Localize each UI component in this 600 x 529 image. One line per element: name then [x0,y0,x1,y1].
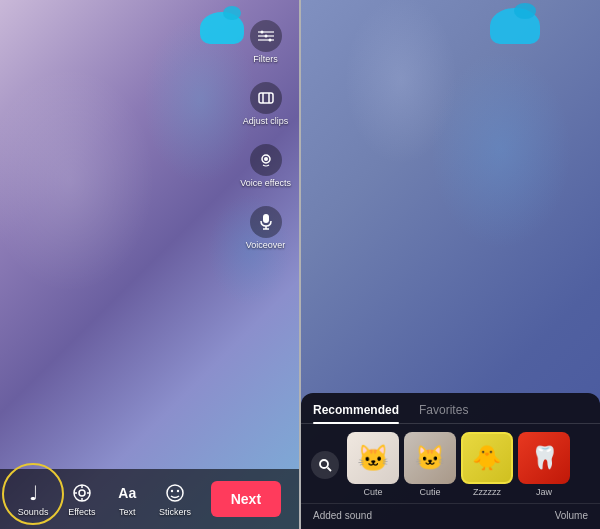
toolbar-item-voiceover[interactable]: Voiceover [246,206,286,250]
sound-item-zzzzzz[interactable]: 🐥 Zzzzzz [461,432,513,497]
added-sound-label: Added sound [313,510,372,521]
sound-thumb-cute: 🐱 [347,432,399,484]
svg-point-20 [167,485,183,501]
tab-recommended[interactable]: Recommended [313,403,399,423]
bottom-nav: ♩ Sounds Effects Aa Text [0,469,299,529]
toolbar-item-adjust[interactable]: Adjust clips [243,82,289,126]
right-panel: Recommended Favorites 🐱 Cute [301,0,600,529]
sound-item-jaw[interactable]: 🦷 Jaw [518,432,570,497]
sound-label-cutie: Cutie [419,487,440,497]
bow-decoration2 [223,6,241,20]
sound-thumb-jaw: 🦷 [518,432,570,484]
left-panel: Filters Adjust clips Voice effects [0,0,299,529]
right-toolbar: Filters Adjust clips Voice effects [240,20,291,250]
sound-item-cutie[interactable]: 🐱 Cutie [404,432,456,497]
svg-point-22 [177,490,179,492]
adjust-label: Adjust clips [243,116,289,126]
sounds-icon: ♩ [21,481,45,505]
sound-panel: Recommended Favorites 🐱 Cute [301,393,600,529]
sound-label-jaw: Jaw [536,487,552,497]
voiceover-icon [250,206,282,238]
nav-item-text[interactable]: Aa Text [115,481,139,517]
voice-effects-label: Voice effects [240,178,291,188]
sounds-label: Sounds [18,507,49,517]
search-button[interactable] [311,451,339,479]
svg-point-21 [171,490,173,492]
filters-icon [250,20,282,52]
svg-point-23 [320,460,328,468]
stickers-label: Stickers [159,507,191,517]
adjust-icon [250,82,282,114]
svg-point-10 [264,157,268,161]
volume-label: Volume [555,510,588,521]
text-icon: Aa [115,481,139,505]
nav-item-stickers[interactable]: Stickers [159,481,191,517]
svg-rect-6 [259,93,273,103]
stickers-icon [163,481,187,505]
sound-tabs: Recommended Favorites [301,403,600,424]
toolbar-item-filters[interactable]: Filters [250,20,282,64]
sound-thumb-zzzzzz: 🐥 [461,432,513,484]
nav-item-sounds[interactable]: ♩ Sounds [18,481,49,517]
voiceover-label: Voiceover [246,240,286,250]
sound-label-cute: Cute [363,487,382,497]
svg-rect-11 [263,214,269,223]
sound-bottom-bar: Added sound Volume [301,503,600,529]
nav-item-effects[interactable]: Effects [68,481,95,517]
right-bow2 [514,3,536,19]
sound-thumb-cutie: 🐱 [404,432,456,484]
sound-item-cute[interactable]: 🐱 Cute [347,432,399,497]
text-label: Text [119,507,136,517]
effects-icon [70,481,94,505]
next-button[interactable]: Next [211,481,281,517]
sound-label-zzzzzz: Zzzzzz [473,487,501,497]
voice-effects-icon [250,144,282,176]
toolbar-item-voice[interactable]: Voice effects [240,144,291,188]
svg-point-15 [79,490,85,496]
filters-label: Filters [253,54,278,64]
effects-label: Effects [68,507,95,517]
sound-items-row: 🐱 Cute 🐱 Cutie 🐥 Zzzzzz [347,432,590,497]
svg-line-24 [328,467,332,471]
tab-favorites[interactable]: Favorites [419,403,468,423]
search-row: 🐱 Cute 🐱 Cutie 🐥 Zzzzzz [301,432,600,503]
